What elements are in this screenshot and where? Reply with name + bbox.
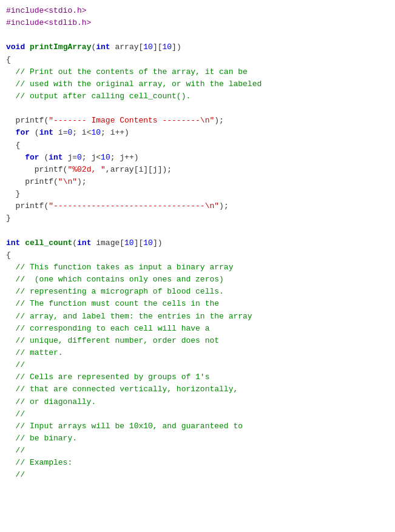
code-token: ][ bbox=[134, 238, 144, 247]
code-line: // Print out the contents of the array, … bbox=[6, 66, 389, 78]
code-container: #include<stdio.h>#include<stdlib.h> void… bbox=[0, 0, 395, 532]
code-line: } bbox=[6, 212, 389, 224]
code-token: for bbox=[16, 128, 30, 137]
code-token: ; i++) bbox=[101, 128, 129, 137]
code-token: 10 bbox=[101, 153, 110, 162]
code-token: // used with the original array, or with… bbox=[6, 79, 262, 89]
code-line: for (int j=0; j<10; j++) bbox=[6, 152, 389, 164]
code-token: // bbox=[6, 360, 25, 369]
code-token: } bbox=[6, 214, 11, 223]
code-line: // array, and label them: the entries in… bbox=[6, 311, 389, 323]
code-token: // (one which contains only ones and zer… bbox=[6, 275, 224, 284]
code-token: { bbox=[6, 251, 11, 260]
code-token: // The function must count the cells in … bbox=[6, 299, 219, 308]
code-token: ][ bbox=[153, 42, 163, 52]
code-line: // used with the original array, or with… bbox=[6, 78, 389, 90]
code-line: // that are connected vertically, horizo… bbox=[6, 383, 389, 396]
code-line: // bbox=[6, 445, 389, 457]
code-token: ; j++) bbox=[110, 153, 139, 162]
code-line: printf("--------------------------------… bbox=[6, 200, 389, 212]
code-line: // output after calling cell_count(). bbox=[6, 90, 389, 103]
code-line: // This function takes as input a binary… bbox=[6, 261, 389, 274]
code-token: int bbox=[49, 153, 62, 162]
code-token: // Cells are represented by groups of 1'… bbox=[6, 372, 209, 382]
code-token: cell_count bbox=[25, 238, 72, 247]
code-token: array[ bbox=[110, 42, 144, 52]
code-token bbox=[6, 153, 25, 162]
code-token: ( bbox=[39, 153, 49, 162]
code-token: printImgArray bbox=[30, 42, 91, 52]
code-token: int bbox=[77, 238, 91, 247]
code-token: // that are connected vertically, horizo… bbox=[6, 385, 238, 394]
code-line: // The function must count the cells in … bbox=[6, 298, 389, 310]
code-line: printf("------- Image Contents --------\… bbox=[6, 115, 389, 127]
code-line: // Cells are represented by groups of 1'… bbox=[6, 371, 389, 383]
code-token: // Examples: bbox=[6, 458, 72, 467]
code-line: // (one which contains only ones and zer… bbox=[6, 274, 389, 286]
code-token: "--------------------------------\n" bbox=[49, 201, 219, 210]
code-token: int bbox=[39, 128, 53, 137]
code-token: } bbox=[6, 189, 20, 198]
code-token: image[ bbox=[91, 238, 124, 247]
code-token: "\n" bbox=[58, 177, 77, 186]
code-token: ; j< bbox=[82, 153, 101, 162]
code-line: // unique, different number, order does … bbox=[6, 335, 389, 347]
code-token: int bbox=[96, 42, 110, 52]
code-line: printf("\n"); bbox=[6, 176, 389, 188]
code-token: printf( bbox=[6, 201, 49, 210]
code-token: for bbox=[25, 153, 39, 162]
code-token: // output after calling cell_count(). bbox=[6, 92, 191, 101]
code-token: // Input arrays will be 10x10, and guara… bbox=[6, 422, 243, 431]
code-line: // bbox=[6, 359, 389, 371]
code-token: ; i< bbox=[72, 128, 91, 137]
code-line: // or diagonally. bbox=[6, 396, 389, 408]
code-line bbox=[6, 103, 389, 115]
code-token: // bbox=[6, 470, 25, 479]
code-line: // Input arrays will be 10x10, and guara… bbox=[6, 420, 389, 433]
code-token: // array, and label them: the entries in… bbox=[6, 312, 252, 321]
code-token: ]) bbox=[153, 238, 163, 247]
code-token: // unique, different number, order does … bbox=[6, 336, 219, 345]
code-line: void printImgArray(int array[10][10]) bbox=[6, 41, 389, 53]
code-token: // bbox=[6, 409, 25, 419]
code-token: 10 bbox=[163, 42, 172, 52]
code-line: // be binary. bbox=[6, 433, 389, 445]
code-token: #include<stdlib.h> bbox=[6, 18, 91, 27]
code-line bbox=[6, 29, 389, 41]
code-line: { bbox=[6, 140, 389, 152]
code-line: // matter. bbox=[6, 347, 389, 359]
code-token bbox=[25, 42, 30, 52]
code-token: void bbox=[6, 42, 25, 52]
code-line: // corresponding to each cell will have … bbox=[6, 323, 389, 335]
code-token: printf( bbox=[6, 116, 49, 125]
code-token: printf( bbox=[6, 165, 67, 174]
code-token: ); bbox=[77, 177, 87, 186]
code-token: "%02d, " bbox=[67, 165, 105, 174]
code-line: // bbox=[6, 469, 389, 481]
code-token: 10 bbox=[143, 42, 153, 52]
code-token: ( bbox=[72, 238, 77, 247]
code-token: // matter. bbox=[6, 348, 63, 357]
code-token: 0 bbox=[77, 153, 82, 162]
code-token: "------- Image Contents --------\n" bbox=[49, 116, 214, 125]
code-line: { bbox=[6, 54, 389, 66]
code-line: #include<stdio.h> bbox=[6, 5, 389, 17]
code-token: // bbox=[6, 446, 25, 455]
code-line: } bbox=[6, 188, 389, 200]
code-token: j= bbox=[63, 153, 77, 162]
code-token: 10 bbox=[124, 238, 134, 247]
code-line: for (int i=0; i<10; i++) bbox=[6, 127, 389, 139]
code-token: // corresponding to each cell will have … bbox=[6, 324, 209, 333]
code-line: int cell_count(int image[10][10]) bbox=[6, 237, 389, 249]
code-token: 10 bbox=[143, 238, 153, 247]
code-token: printf( bbox=[6, 177, 58, 186]
code-token: // representing a micrograph of blood ce… bbox=[6, 287, 224, 296]
code-token: ( bbox=[30, 128, 39, 137]
code-token: // This function takes as input a binary… bbox=[6, 263, 233, 272]
code-token: ,array[i][j]); bbox=[106, 165, 172, 174]
code-token: // be binary. bbox=[6, 434, 77, 443]
code-token: #include<stdio.h> bbox=[6, 6, 87, 15]
code-token: // or diagonally. bbox=[6, 397, 96, 406]
code-line: // Examples: bbox=[6, 457, 389, 469]
code-token: // Print out the contents of the array, … bbox=[6, 67, 248, 76]
